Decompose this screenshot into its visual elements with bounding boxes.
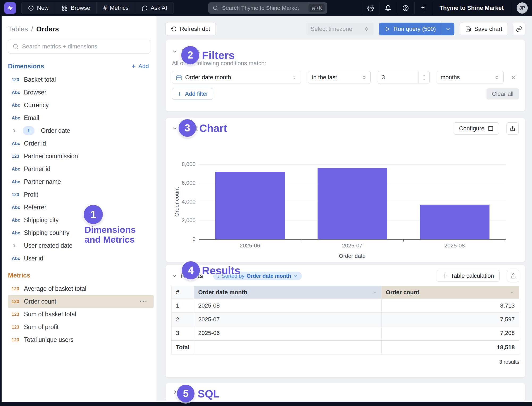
number-type-icon: 123 [12,337,19,342]
column-header-order-count[interactable]: Order count [381,286,519,299]
help-button[interactable] [397,2,415,14]
table-calculation-button[interactable]: Table calculation [437,270,500,282]
share-link-button[interactable] [513,23,525,35]
dimension-type-icon: Abc [12,90,22,95]
filter-field-select[interactable]: Order date month [172,71,301,84]
total-value: 18,518 [381,340,519,355]
bar-2025-06[interactable] [215,172,285,239]
metric-type-icon: 123 [12,312,22,317]
add-filter-button[interactable]: Add filter [172,88,213,100]
number-type-icon: 123 [12,299,19,304]
sidebar-item-sum-of-basket-total[interactable]: 123Sum of basket total [8,308,154,321]
ai-assistant-button[interactable] [415,2,432,14]
save-chart-button[interactable]: Save chart [460,23,508,35]
nav-browse-label: Browse [71,5,90,11]
value-stepper[interactable] [418,71,429,84]
sidebar-item-currency[interactable]: AbcCurrency [8,99,154,111]
sidebar-item-browser[interactable]: AbcBrowser [8,86,154,99]
fields-search-input[interactable] [22,43,146,50]
x-axis-tick-label: 2025-06 [199,242,301,249]
string-type-icon: Abc [12,90,20,95]
column-header-order-date-month[interactable]: Order date month [194,286,381,299]
sidebar-item-profit[interactable]: 123Profit [8,188,154,201]
order-count-cell: 7,208 [381,326,519,340]
sidebar-item-partner-commission[interactable]: 123Partner commission [8,150,154,163]
column-header-index[interactable]: # [172,286,194,299]
body-row: Tables / Orders Dimensions Add 123Basket… [0,16,532,402]
table-row[interactable]: 32025-067,208 [172,326,519,340]
global-search-placeholder: Search Thyme to Shine Market [222,5,305,11]
nav-metrics-button[interactable]: # Metrics [97,2,135,14]
y-axis-tick-label: 2,000 [166,217,196,223]
chevron-down-icon [372,290,377,295]
dimension-type-icon: 123 [12,192,22,197]
filter-value-input[interactable]: 3 [378,71,430,84]
sidebar-item-referrer[interactable]: AbcReferrer [8,201,154,214]
remove-filter-button[interactable] [510,74,517,81]
settings-button[interactable] [362,2,379,14]
more-menu-icon[interactable]: ··· [140,298,148,305]
dimensions-header: Dimensions Add [8,63,149,70]
configure-button[interactable]: Configure [454,122,499,135]
timezone-select[interactable]: Select timezone [306,23,374,35]
run-query-options-button[interactable] [442,23,454,35]
filter-unit-select[interactable]: months [437,71,504,84]
hash-icon: # [103,4,107,12]
select-caret-icon [361,75,367,80]
results-table-header-row: # Order date month Order count [172,286,519,299]
sidebar-item-email[interactable]: AbcEmail [8,111,154,124]
sidebar-item-order-date[interactable]: 1Order date [8,124,154,137]
table-row[interactable]: 22025-077,597 [172,313,519,326]
breadcrumb-tables-link[interactable]: Tables [8,25,28,33]
export-chart-button[interactable] [506,122,519,135]
bar-2025-08[interactable] [420,205,489,239]
sidebar-item-partner-id[interactable]: AbcPartner id [8,163,154,175]
breadcrumb: Tables / Orders [8,25,157,33]
nav-browse-button[interactable]: Browse [55,2,97,14]
sidebar-item-basket-total[interactable]: 123Basket total [8,73,154,86]
nav-ask-ai-button[interactable]: Ask AI [135,2,174,14]
string-type-icon: Abc [12,230,20,235]
plus-circle-icon [28,5,34,11]
x-axis-title: Order date [199,253,506,259]
sidebar-item-total-unique-users[interactable]: 123Total unique users [8,333,154,346]
export-results-button[interactable] [507,270,519,282]
filter-operator-select[interactable]: in the last [308,71,371,84]
bar-2025-07[interactable] [318,168,387,239]
sidebar-item-user-id[interactable]: AbcUser id [8,252,154,265]
sidebar-item-partner-name[interactable]: AbcPartner name [8,175,154,188]
chevron-right-icon [12,128,22,133]
dimension-type-icon: Abc [12,230,22,235]
x-axis-tick [199,240,199,242]
order-date-month-cell: 2025-08 [194,299,381,313]
table-row[interactable]: 12025-083,713 [172,299,519,313]
order-count-cell: 3,713 [381,299,519,313]
notifications-button[interactable] [379,2,397,14]
sidebar-item-sum-of-profit[interactable]: 123Sum of profit [8,321,154,333]
clear-all-button[interactable]: Clear all [487,88,519,100]
gear-icon [367,5,374,11]
string-type-icon: Abc [12,103,20,108]
run-query-button[interactable]: Run query (500) [379,23,442,35]
x-axis-tick [301,240,301,242]
add-dimension-button[interactable]: Add [131,63,149,70]
sidebar-item-order-count[interactable]: 123Order count··· [8,295,154,308]
sidebar-item-order-id[interactable]: AbcOrder id [8,137,154,150]
global-search-input[interactable]: Search Thyme to Shine Market ⌘+K [208,2,327,14]
bar-slot [199,164,301,239]
metrics-list: 123Average of basket total123Order count… [8,282,157,346]
app-logo[interactable] [4,2,16,14]
chevron-down-icon[interactable] [172,126,178,131]
sidebar-item-average-of-basket-total[interactable]: 123Average of basket total [8,282,154,295]
chart-section: Chart Configure Order count 8,0006,0004,… [165,118,525,262]
bar-slot [301,164,403,239]
org-name[interactable]: Thyme to Shine Market [432,2,511,14]
chevron-down-icon[interactable] [171,273,177,279]
refresh-dbt-button[interactable]: Refresh dbt [165,23,216,35]
avatar[interactable]: JP [517,2,528,14]
calendar-icon [176,74,182,81]
nav-new-button[interactable]: New [22,2,55,14]
total-spacer [194,340,381,355]
metrics-header: Metrics [8,272,149,279]
dimension-type-icon: Abc [12,141,22,146]
